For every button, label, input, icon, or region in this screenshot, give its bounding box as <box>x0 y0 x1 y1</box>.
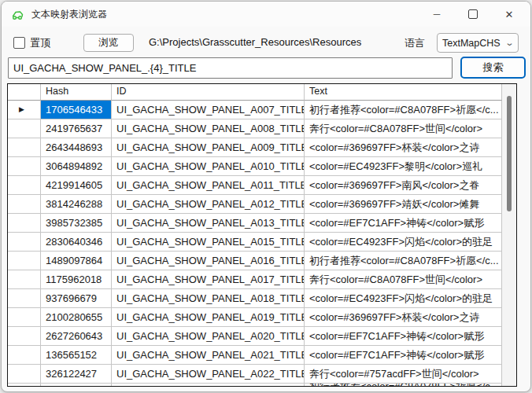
maximize-button[interactable] <box>455 2 491 27</box>
cell-text[interactable]: 奔行<color=#C8A078FF>世间</color> <box>305 270 502 289</box>
cell-text[interactable]: <color=#EF7C1AFF>神铸</color>赋形 <box>305 214 502 233</box>
table-row[interactable]: 2100280655UI_GACHA_SHOW_PANEL_A019_TITLE… <box>8 308 502 327</box>
row-header-cell[interactable] <box>8 270 41 289</box>
cell-hash[interactable]: 1489097864 <box>41 252 112 270</box>
close-button[interactable]: ✕ <box>491 2 527 27</box>
cell-id[interactable]: UI_GACHA_SHOW_PANEL_A007_TITLE <box>112 101 305 119</box>
cell-text[interactable]: 奔行<color=#757acdFF>世间</color> <box>305 365 502 384</box>
cell-hash[interactable]: 937696679 <box>41 289 112 308</box>
table-row[interactable]: 2830640346UI_GACHA_SHOW_PANEL_A015_TITLE… <box>8 233 502 252</box>
cell-text[interactable]: 初行者推荐<color=#C8A078FF>祈愿</c... <box>305 384 502 387</box>
table-row[interactable]: 3814246288UI_GACHA_SHOW_PANEL_A012_TITLE… <box>8 195 502 214</box>
window-controls: ─ ✕ <box>419 2 530 27</box>
cell-id[interactable]: UI_GACHA_SHOW_PANEL_A019_TITLE <box>112 308 305 327</box>
vertical-scrollbar[interactable] <box>502 84 516 386</box>
row-header-cell[interactable] <box>8 214 41 233</box>
row-header-cell[interactable] <box>8 195 41 214</box>
column-header-id[interactable]: ID <box>112 84 305 101</box>
cell-text[interactable]: <color=#EC4923FF>闪焰</color>的驻足 <box>305 233 502 252</box>
language-selected-value: TextMapCHS <box>442 38 501 49</box>
cell-id[interactable]: UI_GACHA_SHOW_PANEL_A017_TITLE <box>112 270 305 289</box>
row-header-cell[interactable] <box>8 84 41 101</box>
cell-text[interactable]: 初行者推荐<color=#C8A078FF>祈愿</c... <box>305 101 502 119</box>
cell-text[interactable]: <color=#EF7C1AFF>神铸</color>赋形 <box>305 346 502 365</box>
cell-id[interactable]: UI_GACHA_SHOW_PANEL_A022_TITLE <box>112 365 305 384</box>
row-header-cell[interactable] <box>8 327 41 346</box>
scrollbar-thumb[interactable] <box>507 96 512 211</box>
cell-id[interactable]: UI_GACHA_SHOW_PANEL_A013_TITLE <box>112 214 305 233</box>
cell-id[interactable]: UI_GACHA_SHOW_PANEL_A016_TITLE <box>112 252 305 270</box>
table-row[interactable]: 3985732385UI_GACHA_SHOW_PANEL_A013_TITLE… <box>8 214 502 233</box>
cell-hash[interactable]: 2627260643 <box>41 327 112 346</box>
table-row[interactable]: 326122427UI_GACHA_SHOW_PANEL_A022_TITLE奔… <box>8 365 502 384</box>
browse-button[interactable]: 浏览 <box>83 34 134 52</box>
cell-text[interactable]: 奔行<color=#C8A078FF>世间</color> <box>305 119 502 138</box>
table-row[interactable]: 136565152UI_GACHA_SHOW_PANEL_A021_TITLE<… <box>8 346 502 365</box>
cell-hash[interactable]: 3064894892 <box>41 157 112 176</box>
table-row[interactable]: 2419765637UI_GACHA_SHOW_PANEL_A008_TITLE… <box>8 119 502 138</box>
cell-hash[interactable]: 3814246288 <box>41 195 112 214</box>
cell-text[interactable]: <color=#EF7C1AFF>神铸</color>赋形 <box>305 327 502 346</box>
row-header-cell[interactable] <box>8 365 41 384</box>
cell-hash[interactable]: 2830640346 <box>41 233 112 252</box>
cell-id[interactable]: UI_GACHA_SHOW_PANEL_A009_TITLE <box>112 138 305 157</box>
row-header-cell[interactable] <box>8 289 41 308</box>
row-header-cell[interactable] <box>8 252 41 270</box>
table-row[interactable]: 4219914605UI_GACHA_SHOW_PANEL_A011_TITLE… <box>8 176 502 195</box>
row-header-cell[interactable] <box>8 346 41 365</box>
cell-hash[interactable]: 4219914605 <box>41 176 112 195</box>
cell-id[interactable]: UI_GACHA_SHOW_PANEL_A012_TITLE <box>112 195 305 214</box>
table-row[interactable]: 1175962018UI_GACHA_SHOW_PANEL_A017_TITLE… <box>8 270 502 289</box>
cell-hash[interactable]: 1706546433 <box>41 101 112 119</box>
search-button[interactable]: 搜索 <box>460 57 526 79</box>
row-header-cell[interactable] <box>8 233 41 252</box>
cell-id[interactable] <box>112 384 305 387</box>
cell-hash[interactable]: 2643448693 <box>41 138 112 157</box>
table-row[interactable]: 937696679UI_GACHA_SHOW_PANEL_A018_TITLE<… <box>8 289 502 308</box>
row-header-cell[interactable] <box>8 308 41 327</box>
cell-text[interactable]: <color=#369697FF>南风</color>之眷 <box>305 176 502 195</box>
table-row[interactable]: 2643448693UI_GACHA_SHOW_PANEL_A009_TITLE… <box>8 138 502 157</box>
table-row[interactable]: ▶1706546433UI_GACHA_SHOW_PANEL_A007_TITL… <box>8 101 502 119</box>
cell-text[interactable]: <color=#369697FF>靖妖</color>傩舞 <box>305 195 502 214</box>
cell-text[interactable]: <color=#EC4923FF>黎明</color>巡礼 <box>305 157 502 176</box>
row-header-cell[interactable] <box>8 157 41 176</box>
cell-hash[interactable]: 1175962018 <box>41 270 112 289</box>
cell-hash[interactable]: 3985732385 <box>41 214 112 233</box>
cell-hash[interactable]: 136565152 <box>41 346 112 365</box>
row-header-cell[interactable]: ▶ <box>8 101 41 119</box>
minimize-button[interactable]: ─ <box>419 2 455 27</box>
search-input[interactable] <box>8 57 453 79</box>
cell-id[interactable]: UI_GACHA_SHOW_PANEL_A015_TITLE <box>112 233 305 252</box>
pin-checkbox[interactable] <box>13 37 25 49</box>
table-row[interactable]: 3064894892UI_GACHA_SHOW_PANEL_A010_TITLE… <box>8 157 502 176</box>
row-header-cell[interactable] <box>8 176 41 195</box>
cell-id[interactable]: UI_GACHA_SHOW_PANEL_A018_TITLE <box>112 289 305 308</box>
cell-hash[interactable]: 2100280655 <box>41 308 112 327</box>
app-window: 文本映射表浏览器 ─ ✕ 置顶 浏览 G:\Projects\Grasscutt… <box>1 1 531 392</box>
cell-id[interactable]: UI_GACHA_SHOW_PANEL_A020_TITLE <box>112 327 305 346</box>
row-header-cell[interactable] <box>8 138 41 157</box>
cell-id[interactable]: UI_GACHA_SHOW_PANEL_A008_TITLE <box>112 119 305 138</box>
cell-id[interactable]: UI_GACHA_SHOW_PANEL_A011_TITLE <box>112 176 305 195</box>
cell-text[interactable]: 初行者推荐<color=#C8A078FF>祈愿</c... <box>305 252 502 270</box>
row-header-cell[interactable] <box>8 119 41 138</box>
cell-id[interactable]: UI_GACHA_SHOW_PANEL_A021_TITLE <box>112 346 305 365</box>
cell-text[interactable]: <color=#369697FF>杯装</color>之诗 <box>305 308 502 327</box>
resources-path: G:\Projects\Grasscutter_Resources\Resour… <box>149 36 361 48</box>
table-row-partial[interactable]: 初行者推荐<color=#C8A078FF>祈愿</c... <box>8 384 502 387</box>
grid-rows: Hash ID Text ▶1706546433UI_GACHA_SHOW_PA… <box>8 84 502 387</box>
table-row[interactable]: 2627260643UI_GACHA_SHOW_PANEL_A020_TITLE… <box>8 327 502 346</box>
column-header-text[interactable]: Text <box>305 84 502 101</box>
table-row[interactable]: 1489097864UI_GACHA_SHOW_PANEL_A016_TITLE… <box>8 252 502 270</box>
cell-hash[interactable]: 2419765637 <box>41 119 112 138</box>
cell-text[interactable]: <color=#EC4923FF>闪焰</color>的驻足 <box>305 289 502 308</box>
cell-id[interactable]: UI_GACHA_SHOW_PANEL_A010_TITLE <box>112 157 305 176</box>
cell-hash[interactable] <box>41 384 112 387</box>
language-select[interactable]: TextMapCHS ⌄ <box>437 33 519 53</box>
row-header-cell[interactable] <box>8 384 41 387</box>
cell-hash[interactable]: 326122427 <box>41 365 112 384</box>
column-header-hash[interactable]: Hash <box>41 84 112 101</box>
cell-text[interactable]: <color=#369697FF>杯装</color>之诗 <box>305 138 502 157</box>
title-bar[interactable]: 文本映射表浏览器 ─ ✕ <box>2 2 530 27</box>
